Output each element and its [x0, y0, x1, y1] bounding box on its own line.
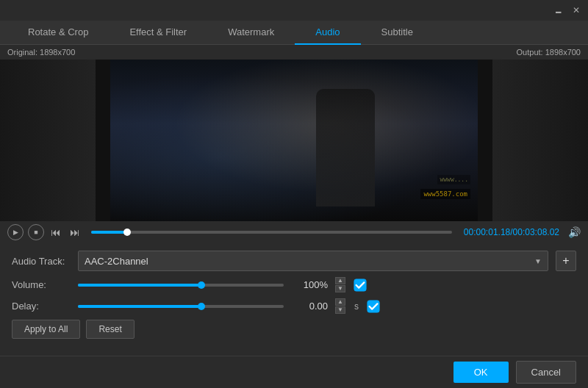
- watermark-text: www5587.com: [420, 189, 470, 199]
- close-button[interactable]: ✕: [570, 4, 582, 16]
- output-label: Output: 1898x700: [517, 48, 581, 57]
- audio-track-label: Audio Track:: [12, 256, 71, 267]
- minimize-button[interactable]: 🗕: [553, 4, 564, 16]
- delay-slider[interactable]: [78, 305, 284, 308]
- audio-track-row: Audio Track: AAC-2Channel ▼ +: [12, 251, 576, 271]
- delay-up-button[interactable]: ▲: [335, 298, 345, 306]
- progress-bar[interactable]: [91, 231, 452, 234]
- delay-spinner: ▲ ▼: [335, 298, 345, 314]
- stop-button[interactable]: ■: [28, 224, 44, 240]
- time-display: 00:00:01.18/00:03:08.02: [464, 227, 559, 237]
- cancel-button[interactable]: Cancel: [516, 361, 576, 384]
- add-track-button[interactable]: +: [556, 251, 576, 271]
- title-bar: 🗕 ✕: [0, 0, 588, 21]
- audio-track-select[interactable]: AAC-2Channel ▼: [78, 251, 548, 271]
- delay-value: 0.00: [291, 301, 328, 312]
- delay-check-icon[interactable]: [366, 299, 381, 314]
- volume-value: 100%: [291, 279, 328, 290]
- footer: OK Cancel: [0, 356, 588, 388]
- video-labels: Original: 1898x700 Output: 1898x700: [0, 45, 588, 60]
- tab-rotate[interactable]: Rotate & Crop: [7, 21, 109, 45]
- prev-button[interactable]: ⏮: [49, 225, 63, 240]
- volume-spinner: ▲ ▼: [335, 277, 345, 292]
- tab-subtitle[interactable]: Subtitle: [361, 21, 434, 45]
- volume-label: Volume:: [12, 279, 71, 290]
- tab-audio[interactable]: Audio: [295, 21, 360, 45]
- original-label: Original: 1898x700: [7, 48, 75, 57]
- volume-check-icon[interactable]: [353, 278, 368, 292]
- delay-row: Delay: 0.00 ▲ ▼ s: [12, 298, 576, 314]
- volume-row: Volume: 100% ▲ ▼: [12, 277, 576, 292]
- reset-button[interactable]: Reset: [86, 320, 134, 339]
- tab-watermark[interactable]: Watermark: [207, 21, 295, 45]
- tab-bar: Rotate & Crop Effect & Filter Watermark …: [0, 21, 588, 45]
- action-buttons: Apply to All Reset: [12, 320, 576, 339]
- volume-down-button[interactable]: ▼: [335, 285, 345, 292]
- chevron-down-icon: ▼: [534, 257, 542, 265]
- playback-controls: ▶ ■ ⏮ ⏭ 00:00:01.18/00:03:08.02 🔊: [0, 221, 588, 243]
- delay-unit: s: [354, 301, 359, 312]
- volume-up-button[interactable]: ▲: [335, 277, 345, 284]
- delay-label: Delay:: [12, 301, 71, 312]
- audio-track-value: AAC-2Channel: [85, 256, 148, 267]
- apply-all-button[interactable]: Apply to All: [12, 320, 80, 339]
- play-button[interactable]: ▶: [7, 224, 24, 240]
- volume-icon[interactable]: 🔊: [568, 226, 581, 238]
- audio-controls: Audio Track: AAC-2Channel ▼ + Volume: 10…: [0, 243, 588, 346]
- tab-effect[interactable]: Effect & Filter: [109, 21, 207, 45]
- delay-down-button[interactable]: ▼: [335, 306, 345, 314]
- next-button[interactable]: ⏭: [68, 225, 82, 240]
- ok-button[interactable]: OK: [453, 362, 509, 383]
- volume-slider[interactable]: [78, 284, 284, 287]
- video-preview: www5587.com wwww....: [0, 60, 588, 221]
- watermark2-text: wwww....: [437, 175, 470, 184]
